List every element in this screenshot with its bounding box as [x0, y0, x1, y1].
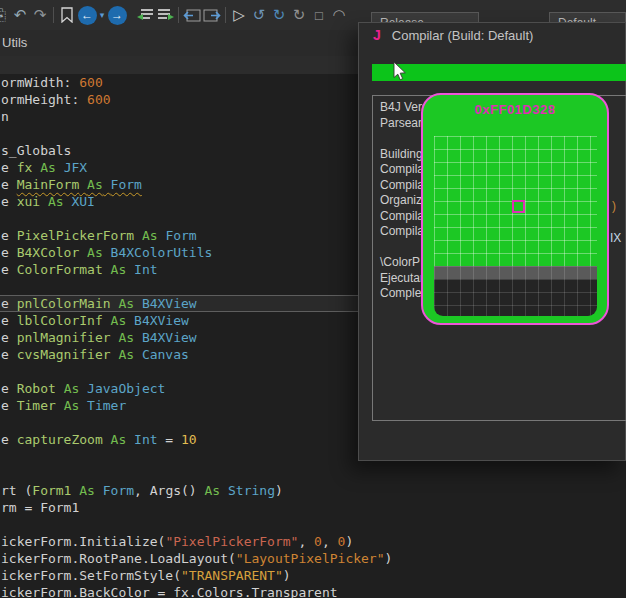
pixel-picker-window[interactable]: 0xFF01D328 [421, 93, 609, 325]
center-pixel-indicator [512, 200, 525, 213]
back-arrow-icon: ← [78, 6, 97, 25]
compile-window-titlebar[interactable]: J Compilar (Build: Default) [359, 23, 625, 47]
forward-arrow-icon: → [108, 6, 127, 25]
pixel-color-hex-label: 0xFF01D328 [423, 102, 607, 117]
previous-sub-icon[interactable] [182, 3, 202, 27]
code-line[interactable]: ickerForm.RootPane.LoadLayout("LayoutPix… [0, 550, 626, 567]
code-line[interactable]: ickerForm.SetFormStyle("TRANSPARENT") [0, 567, 626, 584]
back-history-caret-icon[interactable]: ▾ [97, 3, 107, 27]
stop-button[interactable]: □ [309, 3, 329, 27]
refresh-arc-icon[interactable]: ◠ [329, 3, 349, 27]
toolbar-separator [53, 7, 54, 23]
code-line[interactable]: ickerForm.BackColor = fx.Colors.Transpar… [0, 584, 626, 598]
toolbar-separator [225, 7, 226, 23]
redo-icon[interactable]: ↷ [30, 3, 50, 27]
comment-block-icon[interactable] [135, 3, 155, 27]
navigate-back-button[interactable]: ← [77, 3, 97, 27]
code-line[interactable]: ickerForm.Initialize("PixelPickerForm", … [0, 533, 626, 550]
mouse-cursor [393, 61, 407, 85]
step-out-icon[interactable]: ↻ [289, 3, 309, 27]
run-button[interactable]: ▷ [229, 3, 249, 27]
toolbar-separator [178, 7, 179, 23]
navigate-forward-button[interactable]: → [107, 3, 127, 27]
resume-debug-icon[interactable]: ↺ [249, 3, 269, 27]
tab-utils[interactable]: Utils [2, 35, 27, 50]
undo-icon[interactable]: ↶ [10, 3, 30, 27]
paste-icon[interactable]: ⎘ [0, 3, 10, 27]
ide-root: ⎘ ↶ ↷ ← ▾ → ▷ ↺ ↻ ↻ □ ◠ Release Default [0, 0, 626, 598]
log-fragment-1: ) [612, 199, 616, 213]
log-fragment-2: IX [610, 231, 621, 245]
magnifier-grid [434, 136, 597, 316]
magnified-dark-region [434, 266, 597, 316]
code-line[interactable]: rm = Form1 [0, 499, 626, 516]
step-into-icon[interactable]: ↻ [269, 3, 289, 27]
compile-progressbar [372, 64, 626, 81]
b4j-app-icon: J [373, 27, 381, 43]
next-sub-icon[interactable] [202, 3, 222, 27]
compile-window-title: Compilar (Build: Default) [392, 28, 534, 43]
uncomment-block-icon[interactable] [155, 3, 175, 27]
code-line[interactable]: rt (Form1 As Form, Args() As String) [0, 482, 626, 499]
bookmark-icon[interactable] [57, 3, 77, 27]
magnified-gray-row [434, 266, 597, 279]
